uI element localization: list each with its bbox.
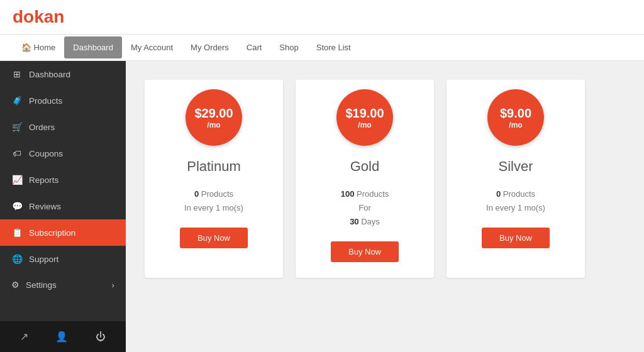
- main-content: $29.00 /mo Platinum 0 Products In every …: [126, 61, 644, 352]
- nav-my-orders[interactable]: My Orders: [182, 36, 238, 58]
- coupons-icon: 🏷: [11, 148, 23, 159]
- sidebar-label-settings: Settings: [26, 280, 57, 290]
- sidebar-item-products[interactable]: 🧳 Products: [0, 87, 126, 114]
- plan-details-silver: 0 Products In every 1 mo(s): [447, 187, 585, 215]
- period-gold: /mo: [358, 121, 371, 129]
- logo-main: okan: [23, 7, 64, 26]
- sidebar-label-dashboard: Dashboard: [29, 70, 70, 79]
- reports-icon: 📈: [11, 174, 23, 185]
- days-gold: 30: [350, 217, 358, 226]
- nav-cart[interactable]: Cart: [238, 36, 271, 58]
- sidebar-item-subscription[interactable]: 📋 Subscription: [0, 219, 126, 246]
- plans-container: $29.00 /mo Platinum 0 Products In every …: [145, 80, 625, 278]
- nav-shop[interactable]: Shop: [270, 36, 307, 58]
- nav-home[interactable]: 🏠 Home: [13, 36, 64, 58]
- sidebar-item-coupons[interactable]: 🏷 Coupons: [0, 140, 126, 167]
- plan-details-platinum: 0 Products In every 1 mo(s): [145, 187, 283, 215]
- header: dokan: [0, 0, 644, 35]
- products-count-gold: 100: [341, 189, 355, 199]
- buy-button-silver[interactable]: Buy Now: [482, 228, 550, 248]
- price-badge-platinum: $29.00 /mo: [186, 89, 242, 146]
- settings-icon: ⚙: [11, 280, 19, 290]
- price-badge-silver: $9.00 /mo: [487, 89, 544, 146]
- power-icon[interactable]: ⏻: [89, 328, 112, 346]
- buy-button-platinum[interactable]: Buy Now: [180, 228, 248, 248]
- price-badge-gold: $19.00 /mo: [336, 89, 393, 146]
- period-platinum: /mo: [207, 121, 220, 129]
- sidebar-item-dashboard[interactable]: ⊞ Dashboard: [0, 61, 126, 87]
- plan-name-gold: Gold: [296, 158, 434, 175]
- nav-my-account[interactable]: My Account: [122, 36, 182, 58]
- dashboard-icon: ⊞: [11, 69, 23, 80]
- products-icon: 🧳: [11, 95, 23, 106]
- sidebar-item-support[interactable]: 🌐 Support: [0, 246, 126, 272]
- sidebar-item-reports[interactable]: 📈 Reports: [0, 167, 126, 193]
- plan-details-gold: 100 Products For 30 Days: [296, 187, 434, 229]
- settings-chevron: ›: [112, 280, 115, 290]
- buy-button-gold[interactable]: Buy Now: [331, 241, 399, 262]
- sidebar-label-products: Products: [29, 96, 62, 106]
- plan-card-gold: $19.00 /mo Gold 100 Products For 30 Days…: [296, 80, 434, 278]
- plan-name-silver: Silver: [447, 158, 585, 175]
- orders-icon: 🛒: [11, 121, 23, 133]
- logo[interactable]: dokan: [13, 7, 64, 27]
- sidebar-label-orders: Orders: [29, 123, 55, 132]
- nav-store-list[interactable]: Store List: [308, 36, 360, 58]
- plan-name-platinum: Platinum: [145, 158, 283, 175]
- sidebar-item-settings[interactable]: ⚙ Settings ›: [0, 272, 126, 297]
- reviews-icon: 💬: [11, 201, 23, 212]
- sidebar-label-coupons: Coupons: [29, 149, 63, 158]
- logo-accent: d: [13, 7, 23, 26]
- sidebar-label-support: Support: [29, 255, 58, 264]
- products-count-silver: 0: [496, 189, 501, 199]
- products-count-platinum: 0: [194, 189, 199, 199]
- user-icon[interactable]: 👤: [49, 327, 74, 346]
- support-icon: 🌐: [11, 253, 23, 265]
- layout: ⊞ Dashboard 🧳 Products 🛒 Orders 🏷 Coupon…: [0, 61, 644, 352]
- external-link-icon[interactable]: ↗: [14, 327, 35, 346]
- price-gold: $19.00: [345, 106, 384, 121]
- nav-dashboard[interactable]: Dashboard: [64, 36, 122, 58]
- sidebar: ⊞ Dashboard 🧳 Products 🛒 Orders 🏷 Coupon…: [0, 61, 126, 352]
- settings-left: ⚙ Settings: [11, 280, 57, 290]
- plan-card-platinum: $29.00 /mo Platinum 0 Products In every …: [145, 80, 283, 278]
- sidebar-label-reports: Reports: [29, 175, 58, 185]
- sidebar-item-orders[interactable]: 🛒 Orders: [0, 114, 126, 140]
- sidebar-item-reviews[interactable]: 💬 Reviews: [0, 193, 126, 219]
- sidebar-bottom: ↗ 👤 ⏻: [0, 321, 126, 352]
- sidebar-label-reviews: Reviews: [29, 202, 61, 211]
- plan-card-silver: $9.00 /mo Silver 0 Products In every 1 m…: [447, 80, 585, 278]
- price-silver: $9.00: [500, 106, 531, 121]
- subscription-icon: 📋: [11, 227, 23, 238]
- price-platinum: $29.00: [194, 106, 233, 121]
- main-nav: 🏠 Home Dashboard My Account My Orders Ca…: [0, 35, 644, 61]
- sidebar-label-subscription: Subscription: [29, 228, 75, 238]
- period-silver: /mo: [509, 121, 522, 129]
